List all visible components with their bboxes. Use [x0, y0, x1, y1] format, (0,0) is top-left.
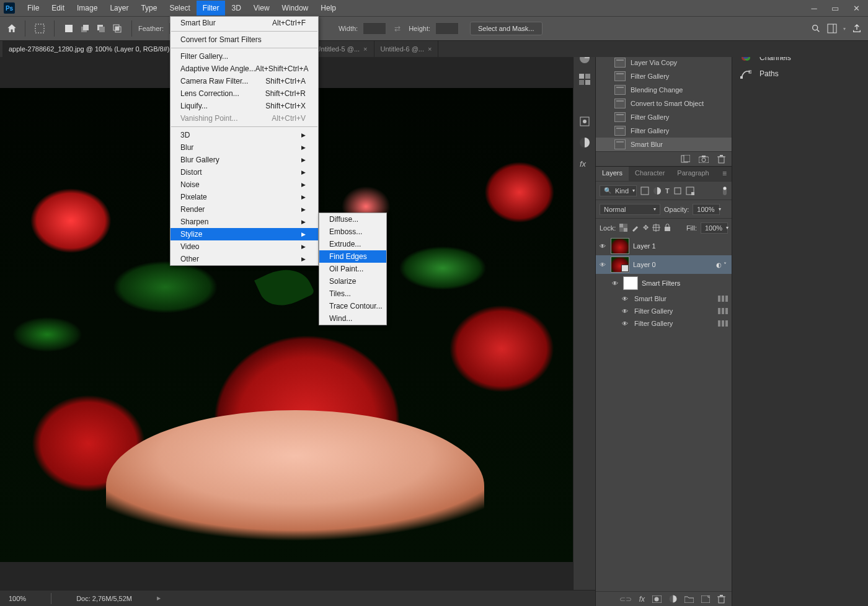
marquee-rect-icon[interactable]	[32, 20, 48, 37]
swatches-icon[interactable]	[578, 73, 591, 86]
document-tab[interactable]: Untitled-6 @...×	[374, 41, 439, 57]
filter-smart-icon[interactable]	[686, 187, 694, 195]
tab-layers[interactable]: Layers	[596, 167, 629, 181]
smart-filter-item[interactable]: 👁Filter Gallery	[596, 317, 732, 330]
height-input[interactable]	[435, 22, 459, 35]
visibility-toggle-icon[interactable]: 👁	[621, 308, 629, 315]
menu-item-liquify[interactable]: Liquify...Shift+Ctrl+X	[170, 100, 318, 112]
visibility-toggle-icon[interactable]: 👁	[598, 243, 607, 250]
smart-filter-toggle-icon[interactable]: ◐ ˅	[716, 261, 727, 268]
width-input[interactable]	[363, 22, 386, 35]
visibility-toggle-icon[interactable]: 👁	[621, 296, 629, 302]
paths-panel-button[interactable]: Paths	[732, 66, 868, 82]
menu-item-3d[interactable]: 3D▶	[170, 129, 318, 141]
filter-adjust-icon[interactable]	[653, 187, 662, 195]
smart-filter-item[interactable]: 👁Smart Blur	[596, 292, 732, 305]
menu-item-camera-raw-filter[interactable]: Camera Raw Filter...Shift+Ctrl+A	[170, 75, 318, 87]
menu-item-smart-blur[interactable]: Smart BlurAlt+Ctrl+F	[170, 17, 318, 29]
menu-item-adaptive-wide-angle[interactable]: Adaptive Wide Angle...Alt+Shift+Ctrl+A	[170, 63, 318, 75]
smart-filter-item[interactable]: 👁Filter Gallery	[596, 305, 732, 317]
menu-window[interactable]: Window	[276, 1, 315, 15]
menu-view[interactable]: View	[247, 1, 276, 15]
tab-close-icon[interactable]: ×	[363, 45, 367, 53]
libraries-icon[interactable]	[578, 115, 591, 128]
layer-filter-kind[interactable]: 🔍Kind▾	[600, 185, 637, 196]
lock-pos-icon[interactable]: ✥	[643, 224, 649, 232]
filter-mask-thumbnail[interactable]	[623, 276, 638, 290]
filter-shape-icon[interactable]	[673, 187, 682, 195]
menu-item-lens-correction[interactable]: Lens Correction...Shift+Ctrl+R	[170, 87, 318, 100]
menu-item-noise[interactable]: Noise▶	[170, 178, 318, 191]
menu-item-emboss[interactable]: Emboss...	[319, 226, 386, 238]
menu-3d[interactable]: 3D	[225, 1, 247, 15]
history-item[interactable]: Smart Blur	[596, 138, 732, 151]
visibility-toggle-icon[interactable]: 👁	[621, 320, 629, 327]
home-button[interactable]	[5, 22, 19, 35]
styles-icon[interactable]: fx	[578, 157, 591, 170]
adjustment-layer-icon[interactable]	[669, 595, 677, 603]
delete-state-icon[interactable]	[717, 155, 725, 164]
share-icon[interactable]	[852, 24, 862, 33]
menu-item-tiles[interactable]: Tiles...	[319, 288, 386, 300]
swap-wh-icon[interactable]: ⇄	[391, 24, 404, 33]
menu-item-distort[interactable]: Distort▶	[170, 166, 318, 178]
tab-paragraph[interactable]: Paragraph	[671, 167, 715, 181]
layer-mask-icon[interactable]	[652, 595, 662, 603]
select-and-mask-button[interactable]: Select and Mask...	[470, 22, 542, 35]
layer-row[interactable]: 👁Layer 0◐ ˅	[596, 255, 732, 274]
minimize-button[interactable]: ─	[808, 4, 820, 12]
layer-fx-icon[interactable]: fx	[639, 595, 645, 604]
menu-item-sharpen[interactable]: Sharpen▶	[170, 216, 318, 228]
menu-item-convert-for-smart-filters[interactable]: Convert for Smart Filters	[170, 33, 318, 46]
menu-type[interactable]: Type	[135, 1, 163, 15]
doc-size[interactable]: Doc: 2,76M/5,52M	[76, 595, 132, 602]
lock-artboard-icon[interactable]	[652, 224, 660, 232]
doc-info-chevron-icon[interactable]: ▶	[157, 595, 161, 601]
history-item[interactable]: Convert to Smart Object	[596, 97, 732, 110]
maximize-button[interactable]: ▭	[830, 4, 841, 12]
history-item[interactable]: Blending Change	[596, 83, 732, 97]
layer-name[interactable]: Layer 1	[633, 242, 656, 250]
menu-layer[interactable]: Layer	[104, 1, 135, 15]
fill-input[interactable]: 100%▾	[701, 222, 728, 234]
adjustments-icon[interactable]	[578, 136, 591, 149]
document-tab[interactable]: Untitled-5 @...×	[310, 41, 374, 57]
menu-filter[interactable]: Filter	[197, 1, 226, 15]
lock-trans-icon[interactable]	[619, 224, 627, 232]
filter-blend-options-icon[interactable]	[718, 296, 728, 302]
menu-item-blur[interactable]: Blur▶	[170, 141, 318, 154]
menu-item-other[interactable]: Other▶	[170, 253, 318, 265]
sel-add-icon[interactable]	[77, 20, 93, 37]
filter-toggle-icon[interactable]	[722, 186, 728, 196]
menu-item-wind[interactable]: Wind...	[319, 312, 386, 325]
menu-edit[interactable]: Edit	[45, 1, 71, 15]
filter-blend-options-icon[interactable]	[718, 320, 728, 327]
sel-intersect-icon[interactable]	[109, 20, 125, 37]
history-item[interactable]: Filter Gallery	[596, 110, 732, 124]
menu-item-blur-gallery[interactable]: Blur Gallery▶	[170, 154, 318, 166]
layer-row[interactable]: 👁Layer 1	[596, 237, 732, 255]
filter-pixel-icon[interactable]	[640, 187, 649, 195]
menu-help[interactable]: Help	[314, 1, 342, 15]
zoom-level[interactable]: 100%	[9, 595, 26, 602]
menu-item-find-edges[interactable]: Find Edges	[319, 250, 386, 263]
new-group-icon[interactable]	[684, 595, 694, 603]
visibility-toggle-icon[interactable]: 👁	[598, 261, 607, 268]
menu-item-pixelate[interactable]: Pixelate▶	[170, 191, 318, 203]
menu-select[interactable]: Select	[163, 1, 196, 15]
document-tab[interactable]: apple-2788662_1280.jpg @ 100% (Layer 0, …	[2, 41, 181, 57]
menu-item-trace-contour[interactable]: Trace Contour...	[319, 300, 386, 312]
close-button[interactable]: ✕	[851, 4, 862, 12]
history-item[interactable]: Filter Gallery	[596, 124, 732, 138]
search-icon[interactable]	[811, 24, 821, 33]
tab-character[interactable]: Character	[629, 167, 671, 181]
filter-blend-options-icon[interactable]	[718, 308, 728, 314]
layer-thumbnail[interactable]	[611, 257, 629, 273]
blend-mode-select[interactable]: Normal▾	[600, 204, 660, 215]
menu-item-diffuse[interactable]: Diffuse...	[319, 213, 386, 226]
snapshot-icon[interactable]	[699, 156, 709, 163]
link-layers-icon[interactable]: ⊂⊃	[619, 595, 632, 604]
lock-paint-icon[interactable]	[631, 224, 639, 232]
delete-layer-icon[interactable]	[717, 595, 725, 604]
menu-file[interactable]: File	[21, 1, 45, 15]
